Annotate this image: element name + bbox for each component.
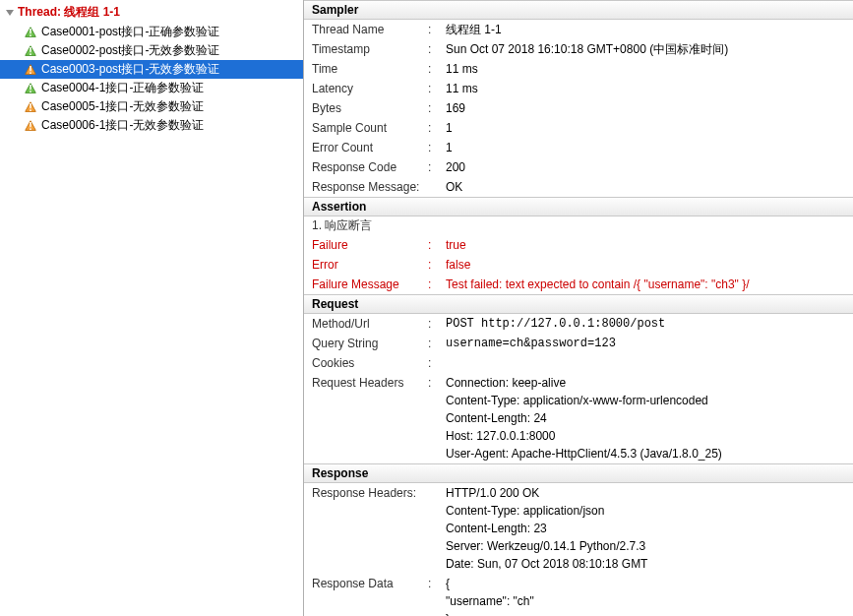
row-thread-name: Thread Name : 线程组 1-1	[304, 20, 853, 39]
tree-item-label: Case0005-1接口-无效参数验证	[41, 98, 204, 115]
label: Request Headers	[312, 374, 428, 462]
colon: :	[428, 99, 446, 117]
value: Connection: keep-aliveContent-Type: appl…	[446, 374, 845, 462]
colon: :	[428, 139, 446, 156]
row-query-string: Query String : username=ch&password=123	[304, 334, 853, 353]
svg-text:!: !	[29, 100, 32, 112]
value: 169	[446, 99, 845, 117]
section-header-sampler: Sampler	[304, 0, 853, 20]
text-line: Content-Length: 24	[446, 409, 845, 427]
colon: :	[428, 575, 446, 616]
tree-item[interactable]: !Case0004-1接口-正确参数验证	[0, 79, 303, 97]
value: 线程组 1-1	[446, 21, 845, 38]
text-line: Host: 127.0.0.1:8000	[446, 427, 845, 445]
tree-item-label: Case0003-post接口-无效参数验证	[41, 61, 219, 78]
label: Response Code	[312, 158, 428, 176]
colon	[428, 484, 446, 573]
section-header-response: Response	[304, 463, 853, 483]
text-line: Date: Sun, 07 Oct 2018 08:10:18 GMT	[446, 555, 845, 573]
colon: :	[428, 276, 446, 293]
colon: :	[428, 80, 446, 97]
label: Response Headers:	[312, 484, 428, 573]
tree-item-label: Case0004-1接口-正确参数验证	[41, 80, 204, 96]
row-response-code: Response Code : 200	[304, 157, 853, 177]
tree-item[interactable]: !Case0003-post接口-无效参数验证	[0, 60, 303, 79]
label: Latency	[312, 80, 428, 97]
tree-item[interactable]: !Case0006-1接口-无效参数验证	[0, 116, 303, 135]
row-response-data: Response Data : { "username": "ch"}	[304, 574, 853, 616]
colon: :	[428, 158, 446, 176]
value: Test failed: text expected to contain /{…	[446, 276, 845, 293]
label: Cookies	[312, 354, 428, 372]
label: Timestamp	[312, 40, 428, 58]
value: 1	[446, 139, 845, 156]
value: 11 ms	[446, 80, 845, 97]
row-bytes: Bytes : 169	[304, 98, 853, 118]
text-line: "username": "ch"	[446, 592, 845, 610]
colon: :	[428, 40, 446, 58]
colon: :	[428, 354, 446, 372]
label: Sample Count	[312, 119, 428, 137]
row-response-headers: Response Headers: HTTP/1.0 200 OKContent…	[304, 483, 853, 574]
label: Error	[312, 256, 428, 274]
label: Bytes	[312, 99, 428, 117]
label: Response Message:	[312, 178, 428, 196]
row-failure-message: Failure Message : Test failed: text expe…	[304, 275, 853, 294]
row-method-url: Method/Url : POST http://127.0.0.1:8000/…	[304, 314, 853, 334]
tree-item-label: Case0002-post接口-无效参数验证	[41, 42, 219, 59]
row-cookies: Cookies :	[304, 353, 853, 373]
thread-group-root[interactable]: Thread: 线程组 1-1	[0, 2, 303, 23]
label: Error Count	[312, 139, 428, 156]
tree-item[interactable]: !Case0002-post接口-无效参数验证	[0, 41, 303, 60]
value	[446, 354, 845, 372]
colon	[428, 178, 446, 196]
label: Response Data	[312, 575, 428, 616]
row-latency: Latency : 11 ms	[304, 79, 853, 98]
colon: :	[428, 335, 446, 352]
svg-text:!: !	[29, 63, 32, 75]
row-response-message: Response Message: OK	[304, 177, 853, 197]
row-error: Error : false	[304, 255, 853, 275]
colon: :	[428, 374, 446, 462]
colon: :	[428, 60, 446, 78]
tree-item[interactable]: !Case0005-1接口-无效参数验证	[0, 97, 303, 116]
text-line: }	[446, 610, 845, 616]
text-line: Content-Type: application/json	[446, 502, 845, 520]
value: username=ch&password=123	[446, 335, 845, 352]
label: Failure Message	[312, 276, 428, 293]
colon: :	[428, 236, 446, 254]
value: OK	[446, 178, 845, 196]
text-line: Connection: keep-alive	[446, 374, 845, 392]
value: Sun Oct 07 2018 16:10:18 GMT+0800 (中国标准时…	[446, 40, 845, 58]
colon: :	[428, 315, 446, 333]
label: Failure	[312, 236, 428, 254]
tree-item-label: Case0006-1接口-无效参数验证	[41, 117, 204, 134]
section-header-assertion: Assertion	[304, 197, 853, 216]
value: 200	[446, 158, 845, 176]
section-header-request: Request	[304, 294, 853, 314]
label: Time	[312, 60, 428, 78]
results-tree: Thread: 线程组 1-1 !Case0001-post接口-正确参数验证!…	[0, 0, 304, 616]
text-line: User-Agent: Apache-HttpClient/4.5.3 (Jav…	[446, 445, 845, 462]
value: HTTP/1.0 200 OKContent-Type: application…	[446, 484, 845, 573]
label: Method/Url	[312, 315, 428, 333]
svg-text:!: !	[29, 119, 32, 131]
label: Thread Name	[312, 21, 428, 38]
text-line: Server: Werkzeug/0.14.1 Python/2.7.3	[446, 537, 845, 555]
value: true	[446, 236, 845, 254]
value: 1	[446, 119, 845, 137]
value: 11 ms	[446, 60, 845, 78]
tree-item-label: Case0001-post接口-正确参数验证	[41, 24, 219, 40]
row-sample-count: Sample Count : 1	[304, 118, 853, 138]
row-request-headers: Request Headers : Connection: keep-alive…	[304, 373, 853, 463]
value: POST http://127.0.0.1:8000/post	[446, 315, 845, 333]
collapse-toggle-icon[interactable]	[6, 10, 14, 16]
row-time: Time : 11 ms	[304, 59, 853, 79]
row-timestamp: Timestamp : Sun Oct 07 2018 16:10:18 GMT…	[304, 39, 853, 59]
tree-item[interactable]: !Case0001-post接口-正确参数验证	[0, 23, 303, 41]
colon: :	[428, 119, 446, 137]
thread-group-label: Thread: 线程组 1-1	[18, 4, 120, 21]
row-failure: Failure : true	[304, 235, 853, 255]
svg-text:!: !	[29, 26, 32, 37]
svg-text:!: !	[29, 82, 32, 93]
